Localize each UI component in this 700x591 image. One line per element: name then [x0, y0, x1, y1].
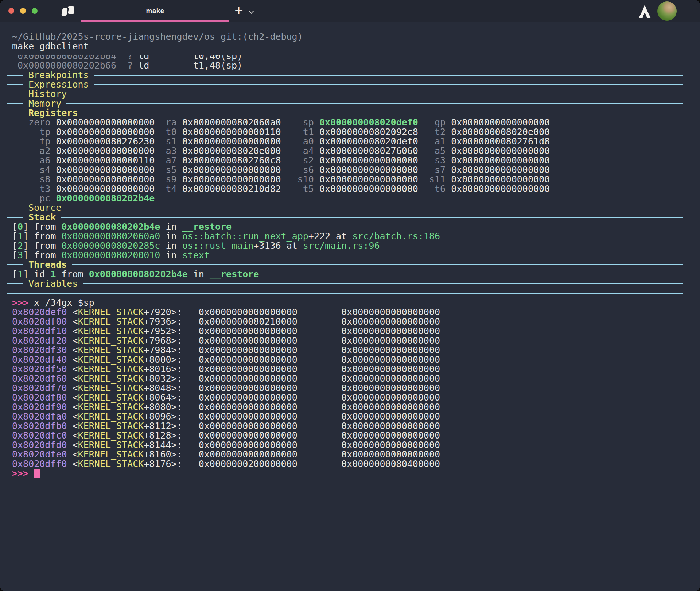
register-row: s4 0x0000000000000000 s5 0x0000000000000… [0, 165, 700, 175]
cwd-line: ~/GitHub/2025s-rcore-jiangshengdev/os gi… [0, 32, 700, 42]
section-divider-source: Source [0, 203, 700, 213]
section-divider-history: History [0, 89, 700, 99]
section-divider-stack: Stack [0, 213, 700, 222]
command-line: make gdbclient [0, 42, 700, 51]
minimize-button[interactable] [20, 8, 26, 14]
memory-row: 0x8020dfb0 <KERNEL_STACK+8112>: 0x000000… [0, 421, 700, 431]
memory-row: 0x8020df20 <KERNEL_STACK+7968>: 0x000000… [0, 336, 700, 345]
memory-row: 0x8020dfc0 <KERNEL_STACK+8128>: 0x000000… [0, 431, 700, 440]
active-tab-indicator [81, 20, 229, 22]
memory-row: 0x8020dfe0 <KERNEL_STACK+8160>: 0x000000… [0, 450, 700, 459]
plus-icon[interactable]: + [231, 0, 246, 21]
dashboard-bottom-divider [0, 289, 700, 298]
memory-row: 0x8020df70 <KERNEL_STACK+8048>: 0x000000… [0, 383, 700, 393]
register-row: t3 0x0000000000000000 t4 0x0000000080210… [0, 184, 700, 194]
section-divider-memory: Memory [0, 99, 700, 108]
pages-icon-back [68, 6, 74, 14]
section-divider-expressions: Expressions [0, 80, 700, 89]
tab-make[interactable]: make [81, 0, 229, 22]
register-row: s8 0x0000000000000000 s9 0x0000000000000… [0, 175, 700, 184]
terminal-cursor [34, 469, 40, 478]
section-divider-threads: Threads [0, 260, 700, 270]
memory-row: 0x8020def0 <KERNEL_STACK+7920>: 0x000000… [0, 308, 700, 317]
titlebar: make + [0, 0, 700, 22]
stack-frame-2: [2] from 0x000000008020285c in os::rust_… [0, 241, 700, 251]
chevron-down-icon[interactable] [249, 9, 254, 14]
disasm-line: 0x0000000080202b66 ? ld t1,48(sp) [0, 61, 700, 70]
section-divider-breakpoints: Breakpoints [0, 70, 700, 80]
stack-frame-3: [3] from 0x0000000080200010 in stext [0, 251, 700, 260]
memory-row: 0x8020df50 <KERNEL_STACK+8016>: 0x000000… [0, 364, 700, 374]
register-row: zero 0x0000000000000000 ra 0x00000000802… [0, 118, 700, 127]
memory-row: 0x8020df10 <KERNEL_STACK+7952>: 0x000000… [0, 327, 700, 336]
warp-logo-icon[interactable] [638, 4, 652, 18]
thread-row: [1] id 1 from 0x0000000080202b4e in __re… [0, 270, 700, 279]
register-row: a6 0x0000000000000110 a7 0x0000000080276… [0, 156, 700, 165]
close-button[interactable] [8, 8, 14, 14]
section-divider-variables: Variables [0, 279, 700, 289]
memory-row: 0x8020dfa0 <KERNEL_STACK+8096>: 0x000000… [0, 412, 700, 421]
register-row: pc 0x0000000080202b4e [0, 194, 700, 203]
register-row: fp 0x0000000080276230 s1 0x0000000000000… [0, 137, 700, 146]
register-row: tp 0x0000000000000000 t0 0x0000000000000… [0, 127, 700, 137]
memory-row: 0x8020df30 <KERNEL_STACK+7984>: 0x000000… [0, 345, 700, 355]
memory-row: 0x8020df40 <KERNEL_STACK+8000>: 0x000000… [0, 355, 700, 364]
gdb-prompt[interactable]: >>> [0, 469, 700, 478]
tab-title: make [146, 7, 164, 15]
terminal-window: make + ~/GitHub/2025s-rcore-jiangshengde… [0, 0, 700, 591]
pages-icon-front [61, 8, 68, 16]
memory-row: 0x8020dfd0 <KERNEL_STACK+8144>: 0x000000… [0, 440, 700, 450]
memory-row: 0x8020dff0 <KERNEL_STACK+8176>: 0x000000… [0, 459, 700, 469]
avatar[interactable] [657, 1, 677, 21]
section-divider-registers: Registers [0, 108, 700, 118]
memory-row: 0x8020df60 <KERNEL_STACK+8032>: 0x000000… [0, 374, 700, 383]
memory-row: 0x8020df90 <KERNEL_STACK+8080>: 0x000000… [0, 402, 700, 412]
memory-row: 0x8020df80 <KERNEL_STACK+8064>: 0x000000… [0, 393, 700, 402]
pages-icon[interactable] [62, 6, 74, 16]
zoom-button[interactable] [32, 8, 38, 14]
register-row: a2 0x0000000000000000 a3 0x000000008020e… [0, 146, 700, 156]
stack-frame-1: [1] from 0x00000000802060a0 in os::batch… [0, 232, 700, 241]
memory-row: 0x8020df00 <KERNEL_STACK+7936>: 0x000000… [0, 317, 700, 327]
gdb-prompt[interactable]: >>> x /34gx $sp [0, 298, 700, 308]
terminal-body: ~/GitHub/2025s-rcore-jiangshengdev/os gi… [0, 22, 700, 478]
stack-frame-0: [0] from 0x0000000080202b4e in __restore [0, 222, 700, 232]
